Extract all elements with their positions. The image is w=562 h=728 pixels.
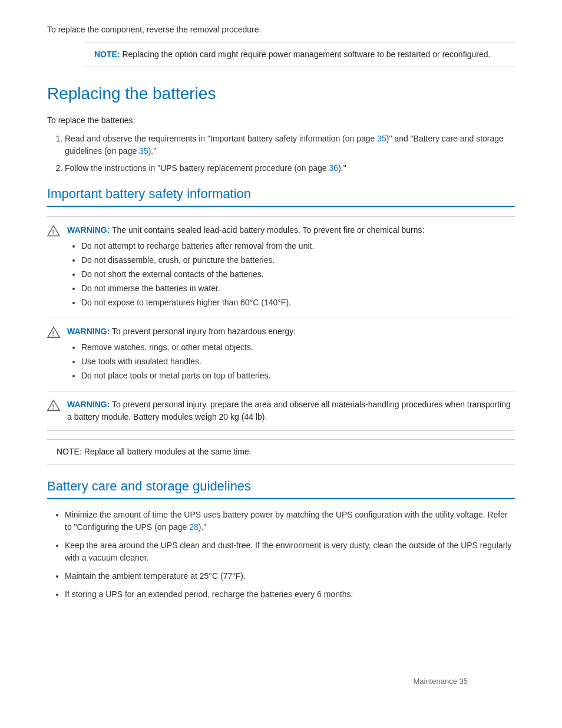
page-wrapper: To replace the component, reverse the re… (47, 24, 515, 704)
warning-icon-3: ! (47, 399, 60, 412)
note-text: Replacing the option card might require … (120, 50, 491, 59)
step1-link2[interactable]: 35 (139, 146, 148, 156)
bullet: Do not short the external contacts of th… (81, 268, 424, 281)
warning-3-label: WARNING: (67, 400, 110, 409)
step2-link[interactable]: 36 (329, 163, 339, 173)
care-item-1-after: )." (199, 522, 207, 532)
warning-2-label: WARNING: (67, 327, 110, 336)
care-item-3-text: Maintain the ambient temperature at 25°C… (65, 571, 246, 581)
warning-1-label: WARNING: (67, 225, 110, 235)
svg-text:!: ! (52, 404, 54, 410)
step1-text-before: Read and observe the requirements in "Im… (65, 134, 377, 143)
bullet: Do not disassemble, crush, or puncture t… (81, 254, 424, 266)
care-item-2: Keep the area around the UPS clean and d… (65, 539, 515, 564)
step1-text-after: )." (148, 146, 157, 156)
step1-link1[interactable]: 35 (377, 134, 386, 143)
warnings-container: ! WARNING: The unit contains sealed lead… (47, 216, 515, 431)
note-box-option-card: NOTE: Replacing the option card might re… (82, 42, 515, 67)
replace-batteries-steps: Read and observe the requirements in "Im… (65, 133, 515, 174)
warning-1-bullets: Do not attempt to recharge batteries aft… (81, 240, 424, 309)
care-item-1: Minimize the amount of time the UPS uses… (65, 509, 515, 533)
warning-icon-1: ! (47, 225, 60, 238)
warning-3: ! WARNING: To prevent personal injury, p… (47, 391, 515, 430)
bullet: Do not expose to temperatures higher tha… (81, 297, 424, 309)
warning-2-content: WARNING: To prevent personal injury from… (67, 325, 296, 384)
care-item-1-text: Minimize the amount of time the UPS uses… (65, 510, 508, 532)
replace-batteries-intro: To replace the batteries: (47, 114, 515, 127)
step-2: Follow the instructions in "UPS battery … (65, 162, 515, 174)
note-batteries-label: NOTE: (57, 447, 82, 456)
care-item-2-text: Keep the area around the UPS clean and d… (65, 541, 512, 562)
bullet: Use tools with insulated handles. (81, 355, 296, 368)
step-1: Read and observe the requirements in "Im… (65, 133, 515, 157)
warning-3-text: To prevent personal injury, prepare the … (67, 400, 511, 421)
step2-text-before: Follow the instructions in "UPS battery … (65, 163, 329, 173)
battery-care-list: Minimize the amount of time the UPS uses… (65, 509, 515, 601)
svg-text:!: ! (52, 229, 54, 236)
care-item-4-text: If storing a UPS for an extended period,… (65, 589, 353, 599)
warning-1-text: The unit contains sealed lead-acid batte… (112, 225, 424, 235)
bullet: Do not attempt to recharge batteries aft… (81, 240, 424, 252)
care-item-1-link[interactable]: 28 (189, 522, 199, 532)
bullet: Do not immerse the batteries in water. (81, 282, 424, 295)
care-item-4: If storing a UPS for an extended period,… (65, 588, 515, 601)
warning-2-text: To prevent personal injury from hazardou… (112, 327, 296, 336)
step2-text-after: )." (338, 163, 346, 173)
warning-3-content: WARNING: To prevent personal injury, pre… (67, 398, 515, 423)
warning-2-bullets: Remove watches, rings, or other metal ob… (81, 341, 296, 382)
warning-1-content: WARNING: The unit contains sealed lead-a… (67, 224, 424, 311)
care-item-3: Maintain the ambient temperature at 25°C… (65, 570, 515, 582)
note-batteries-text: Replace all battery modules at the same … (82, 447, 252, 456)
page-footer: Maintenance 35 (413, 676, 468, 687)
important-battery-safety-title: Important battery safety information (47, 184, 515, 207)
svg-text:!: ! (52, 331, 54, 337)
bullet: Remove watches, rings, or other metal ob… (81, 341, 296, 354)
replacing-batteries-title: Replacing the batteries (47, 81, 515, 106)
warning-1: ! WARNING: The unit contains sealed lead… (47, 217, 515, 318)
note-box-battery-modules: NOTE: Replace all battery modules at the… (47, 439, 515, 465)
battery-care-title: Battery care and storage guidelines (47, 476, 515, 499)
intro-paragraph: To replace the component, reverse the re… (47, 24, 515, 36)
warning-2: ! WARNING: To prevent personal injury fr… (47, 318, 515, 391)
note-label: NOTE: (94, 50, 120, 59)
bullet: Do not place tools or metal parts on top… (81, 370, 296, 382)
warning-icon-2: ! (47, 326, 60, 339)
